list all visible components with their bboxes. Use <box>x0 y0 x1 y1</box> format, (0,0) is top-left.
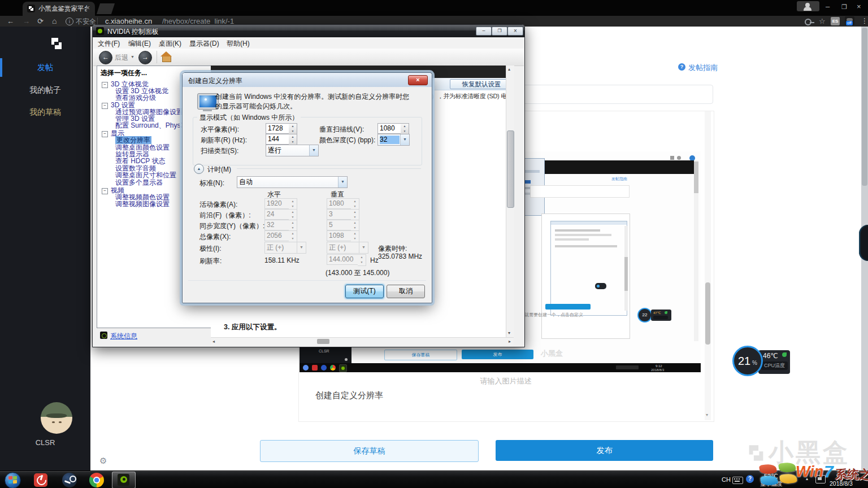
profile-button[interactable] <box>797 1 819 11</box>
scroll-up-icon[interactable]: ▴ <box>508 67 510 72</box>
system-info-link[interactable]: 系统信息 <box>110 332 137 341</box>
menu-kebab-icon[interactable]: ⋮ <box>861 16 868 27</box>
nav-back-icon[interactable]: ← <box>99 51 112 64</box>
nvidia-taskbar-button[interactable] <box>112 472 136 488</box>
active-h-stepper: ▲▼ <box>289 198 297 210</box>
image-caption-placeholder[interactable]: 请输入图片描述 <box>298 376 713 386</box>
tray-action-center-icon[interactable] <box>815 475 826 483</box>
publish-button[interactable]: 发布 <box>496 440 713 461</box>
extension-es-icon[interactable]: ES <box>831 17 840 25</box>
scrollbar-down-icon[interactable]: ▾ <box>706 412 708 417</box>
nav-back-label[interactable]: 后退 <box>115 53 128 63</box>
window-close-button[interactable]: × <box>857 1 861 12</box>
sidebar-item-post[interactable]: 发帖 <box>0 63 90 73</box>
forward-icon[interactable]: → <box>23 16 30 27</box>
nvidia-minimize-button[interactable]: – <box>476 27 492 36</box>
depth-select[interactable]: 32▼ <box>377 134 410 146</box>
guide-link[interactable]: 发帖指南 <box>688 63 718 73</box>
keyboard-icon[interactable] <box>732 477 743 484</box>
nav-forward-icon[interactable]: → <box>138 51 152 64</box>
chrome-icon[interactable] <box>89 473 104 487</box>
editor-content-text[interactable]: 创建自定义分辨率 <box>315 390 383 401</box>
reload-icon[interactable]: ⟳ <box>37 16 44 27</box>
scroll-right-icon[interactable]: ▸ <box>509 339 511 344</box>
collapse-icon[interactable]: − <box>102 188 108 194</box>
menu-display[interactable]: 显示器(D) <box>189 39 219 49</box>
nav-back-dropdown-icon[interactable]: ▼ <box>131 55 134 59</box>
v-lines-stepper[interactable]: ▲▼ <box>401 123 409 135</box>
tray-gpu-temp[interactable]: 52℃ <box>764 473 778 480</box>
tree-item[interactable]: 调整视频图像设置 <box>115 199 170 209</box>
bookmark-star-icon[interactable]: ☆ <box>819 16 826 27</box>
extension-monkey-icon[interactable]: off <box>845 16 854 25</box>
refresh-input[interactable]: 144 <box>266 134 289 145</box>
restore-defaults-button[interactable]: 恢复默认设置 <box>450 79 513 89</box>
nvidia-titlebar[interactable]: NVIDIA 控制面板 – ❐ × <box>93 25 524 37</box>
tray-expand-icon[interactable]: ▴ <box>806 476 808 481</box>
tree-item[interactable]: 配置 Surround、PhysX <box>115 121 185 130</box>
hscroll-thumb[interactable] <box>317 339 329 344</box>
menu-edit[interactable]: 编辑(E) <box>128 39 151 49</box>
tray-language[interactable]: CH <box>722 476 731 483</box>
standard-select[interactable]: 自动▼ <box>237 176 348 188</box>
new-tab-button[interactable] <box>97 3 115 14</box>
avatar[interactable] <box>41 402 72 434</box>
test-button[interactable]: 测试(T) <box>345 285 384 298</box>
tray-clock[interactable]: 9:13 <box>836 473 848 480</box>
scan-select[interactable]: 逐行▼ <box>266 145 319 156</box>
scroll-down-icon[interactable]: ▾ <box>508 330 510 336</box>
h-pixels-stepper[interactable]: ▲▼ <box>289 123 297 135</box>
cpu-temp-widget[interactable]: 46℃ CPU温度 21 % <box>732 346 792 378</box>
info-icon[interactable]: i <box>66 18 73 25</box>
netease-music-icon[interactable] <box>34 473 47 487</box>
floating-ball-handle[interactable] <box>859 225 868 261</box>
home-icon[interactable]: ⌂ <box>52 16 57 27</box>
custom-resolution-dialog[interactable]: 创建自定义分辨率 × 创建当前 Windows 中没有的分辨率。测试新的自定义分… <box>182 72 432 303</box>
dialog-titlebar[interactable]: 创建自定义分辨率 × <box>183 73 432 87</box>
scroll-left-icon[interactable]: ◂ <box>212 339 215 344</box>
tab-close-icon[interactable]: × <box>86 4 90 12</box>
main-scrollbar-thumb[interactable] <box>862 28 867 186</box>
back-icon[interactable]: ← <box>7 16 14 27</box>
collapse-icon[interactable]: − <box>102 131 108 137</box>
polarity-h-select: 正 (+)▼ <box>264 242 306 254</box>
nvidia-title: NVIDIA 控制面板 <box>107 27 159 37</box>
guide-question-icon[interactable]: ? <box>678 63 685 71</box>
v-lines-input[interactable]: 1080 <box>377 123 401 134</box>
collapse-icon[interactable]: − <box>102 103 108 109</box>
editor-scrollbar[interactable]: ▾ <box>705 111 711 420</box>
window-restore-button[interactable]: ❐ <box>841 2 847 12</box>
content-vscrollbar[interactable]: ▴ ▾ <box>506 66 514 337</box>
tray-date[interactable]: 2018/8/3 <box>830 480 853 487</box>
refresh-stepper[interactable]: ▲▼ <box>289 134 297 146</box>
start-button[interactable] <box>5 472 21 488</box>
home-icon-base[interactable] <box>162 56 171 62</box>
menu-file[interactable]: 文件(F) <box>98 39 120 49</box>
steam-icon[interactable] <box>62 473 77 487</box>
save-draft-button[interactable]: 保存草稿 <box>260 440 479 462</box>
menu-desktop[interactable]: 桌面(K) <box>159 39 181 49</box>
menu-help[interactable]: 帮助(H) <box>227 39 250 49</box>
content-hscrollbar[interactable]: ◂ ▸ <box>211 337 514 345</box>
tray-help-icon[interactable]: ? <box>746 475 754 483</box>
cpu-percent-ring[interactable]: 21 % <box>732 346 763 376</box>
window-minimize-button[interactable]: – <box>826 1 830 12</box>
nvidia-menubar: 文件(F) 编辑(E) 桌面(K) 显示器(D) 帮助(H) <box>93 37 524 49</box>
timing-collapse-icon[interactable]: ▲ <box>194 164 204 174</box>
leaf-icon <box>782 352 787 357</box>
page-watermark: 小黑盒 <box>744 436 850 469</box>
collapse-icon[interactable]: − <box>102 82 108 88</box>
mini-publish-button: 发布 <box>462 350 533 359</box>
gear-icon[interactable]: ⚙ <box>99 456 107 466</box>
sidebar-item-my-drafts[interactable]: 我的草稿 <box>0 107 90 117</box>
key-icon-tail <box>810 22 814 23</box>
browser-tab[interactable]: 小黑盒鉴赏家平台 × <box>23 2 95 16</box>
vscroll-thumb[interactable] <box>507 130 514 208</box>
nvidia-close-button[interactable]: × <box>507 27 523 36</box>
cancel-button[interactable]: 取消 <box>387 285 425 298</box>
h-pixels-input[interactable]: 1728 <box>266 123 289 134</box>
editor-scrollbar-thumb[interactable] <box>705 282 710 345</box>
dialog-close-icon[interactable]: × <box>408 75 428 85</box>
sidebar-item-my-posts[interactable]: 我的帖子 <box>0 85 90 95</box>
nvidia-restore-button[interactable]: ❐ <box>492 27 507 36</box>
